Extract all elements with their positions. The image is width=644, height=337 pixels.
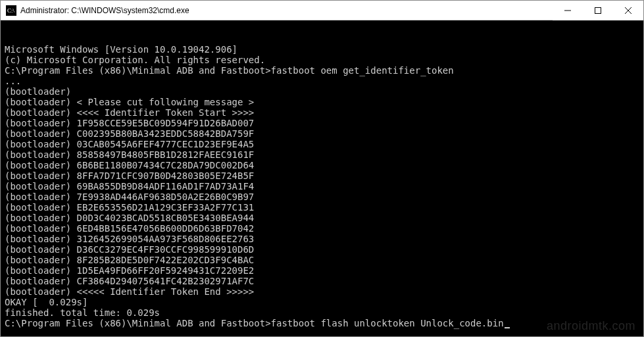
titlebar[interactable]: C:\ Administrator: C:\WINDOWS\system32\c… <box>1 1 643 20</box>
output-line: (bootloader) 8FFA7D71CFC907B0D42803B05E7… <box>5 170 639 181</box>
output-line: (bootloader) 8F285B28DE5D0F7422E202CD3F9… <box>5 255 639 265</box>
window-title: Administrator: C:\WINDOWS\system32\cmd.e… <box>20 6 553 15</box>
prompt-line: C:\Program Files (x86)\Minimal ADB and F… <box>5 65 639 76</box>
text-cursor <box>505 327 510 328</box>
cmd-window: C:\ Administrator: C:\WINDOWS\system32\c… <box>0 0 644 337</box>
output-line: (bootloader) CF3864D294075641FC42B230297… <box>5 276 639 286</box>
output-line: (bootloader) 03CAB0545A6FEF4777CEC1D23EF… <box>5 139 639 149</box>
output-line: (bootloader) 6ED4BB156E47056B600DD6D63BF… <box>5 223 639 234</box>
minimize-button[interactable] <box>553 1 583 20</box>
output-line: (bootloader) <box>5 86 639 97</box>
watermark-text: androidmtk.com <box>547 321 635 331</box>
output-line: (bootloader) 1D5EA49FD66FF20F59249431C72… <box>5 265 639 276</box>
banner-line: Microsoft Windows [Version 10.0.19042.90… <box>5 44 639 55</box>
output-line: (bootloader) 6B6BE1180B07434C7C28DA79DC0… <box>5 160 639 170</box>
output-line: (bootloader) 69BA855DB9D84ADF116AD1F7AD7… <box>5 181 639 192</box>
output-line: ... <box>5 76 639 86</box>
prompt-line-current[interactable]: C:\Program Files (x86)\Minimal ADB and F… <box>5 318 639 328</box>
maximize-button[interactable] <box>583 1 613 20</box>
output-line: (bootloader) EB2E653556D21A129C3EF33A2F7… <box>5 202 639 213</box>
svg-text:C:\: C:\ <box>7 7 15 14</box>
output-line: (bootloader) 7E9938AD446AF9638D50A2E26B0… <box>5 192 639 202</box>
window-controls <box>553 1 643 20</box>
output-line: (bootloader) D36CC3279EC4FF30CCFC9985999… <box>5 244 639 255</box>
output-line: (bootloader) <<<< Identifier Token Start… <box>5 107 639 118</box>
output-line: (bootloader) 3126452699054AA973F568D806E… <box>5 234 639 244</box>
output-line: (bootloader) C002395B80BA3423EDDC58842BD… <box>5 128 639 139</box>
output-line: OKAY [ 0.029s] <box>5 297 639 307</box>
output-line: (bootloader) < Please cut following mess… <box>5 97 639 107</box>
close-button[interactable] <box>613 1 643 20</box>
terminal-output[interactable]: Microsoft Windows [Version 10.0.19042.90… <box>1 20 643 336</box>
output-line: finished. total time: 0.029s <box>5 307 639 318</box>
output-line: (bootloader) 1F958CCE59E5BC09D594F91D26B… <box>5 118 639 128</box>
output-line: (bootloader) 85858497B4805FBB1D2812FAEEC… <box>5 149 639 160</box>
output-line: (bootloader) <<<<< Identifier Token End … <box>5 286 639 297</box>
cmd-icon: C:\ <box>6 5 16 16</box>
output-line: (bootloader) D0D3C4023BCAD5518CB05E3430B… <box>5 213 639 223</box>
svg-rect-3 <box>595 8 601 14</box>
banner-line: (c) Microsoft Corporation. All rights re… <box>5 55 639 65</box>
